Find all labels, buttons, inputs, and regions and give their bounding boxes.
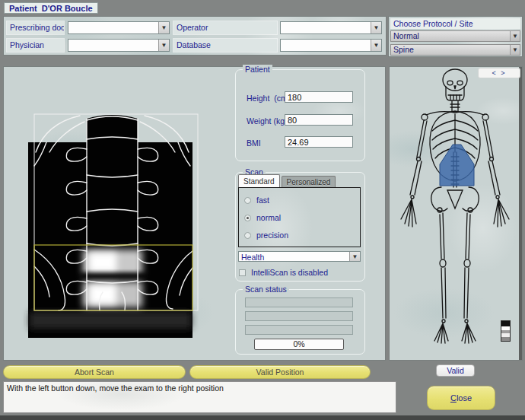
protocol-panel-title: Choose Protocol / Site	[390, 18, 520, 29]
chevron-down-icon[interactable]: ▼	[371, 22, 381, 33]
scan-tabs: Standard Personalized	[238, 174, 337, 187]
database-select[interactable]: ▼	[280, 39, 382, 52]
scan-status-title: Scan status	[243, 285, 289, 294]
instruction-message: With the left button down, move the exam…	[3, 381, 396, 413]
skeleton-panel: < >	[390, 67, 522, 360]
status-line-2	[245, 311, 353, 321]
chevron-down-icon[interactable]: ▼	[158, 40, 169, 51]
weight-field[interactable]	[285, 114, 353, 126]
mode-fast-label: fast	[256, 196, 269, 205]
mode-fast-option[interactable]: fast	[244, 196, 269, 205]
patient-fieldset: Patient Height (cm) Weight (kg) BMI	[235, 69, 365, 161]
chevron-down-icon[interactable]: ▼	[510, 31, 520, 41]
tab-standard[interactable]: Standard	[238, 174, 280, 187]
bmi-label: BMI	[247, 138, 261, 148]
database-value	[281, 40, 371, 51]
scan-status-fieldset: Scan status 0%	[235, 289, 365, 355]
physician-value	[68, 40, 158, 51]
intelliscan-option[interactable]: IntelliScan is disabled	[239, 268, 328, 277]
status-line-3	[245, 325, 353, 335]
dxa-acquisition-window: { "window": { "title": "Patient D'OR Bou…	[0, 0, 525, 420]
height-label: Height (cm)	[247, 93, 290, 103]
chevron-down-icon[interactable]: ▼	[158, 22, 169, 33]
radio-icon[interactable]	[244, 232, 251, 239]
close-button[interactable]: Close	[427, 386, 495, 410]
scan-mode-box: fast normal precision	[238, 187, 361, 247]
page-title: Patient D'OR Boucle	[4, 2, 98, 14]
operator-label: Operator	[173, 21, 277, 34]
chevron-down-icon[interactable]: ▼	[510, 45, 520, 55]
patient-fieldset-title: Patient	[243, 65, 272, 75]
site-select[interactable]: Spine ▼	[390, 44, 520, 56]
mode-precision-option[interactable]: precision	[244, 231, 288, 240]
protocol-select[interactable]: Normal ▼	[390, 30, 520, 42]
tab-personalized[interactable]: Personalized	[282, 176, 336, 187]
progress-bar: 0%	[254, 339, 344, 350]
close-button-label: Close	[428, 387, 495, 410]
operator-select[interactable]: ▼	[280, 21, 382, 34]
valid-position-button[interactable]: Valid Position	[189, 365, 371, 379]
height-field[interactable]	[285, 91, 353, 103]
acquisition-panel: Patient Height (cm) Weight (kg) BMI Scan…	[4, 67, 385, 360]
bmi-field[interactable]	[285, 136, 353, 148]
checkbox-icon[interactable]	[239, 269, 246, 276]
physician-select[interactable]: ▼	[68, 39, 170, 52]
skeleton-image[interactable]	[390, 67, 522, 360]
status-line-1	[245, 298, 353, 307]
window-bottom-edge	[0, 415, 525, 420]
mode-normal-option[interactable]: normal	[244, 213, 281, 222]
mode-precision-label: precision	[256, 231, 288, 240]
prescribing-doctor-label: Prescribing doctor	[7, 21, 64, 34]
physician-label: Physician	[7, 39, 64, 52]
mode-normal-label: normal	[256, 213, 281, 222]
scan-image[interactable]	[4, 67, 232, 360]
valid-button[interactable]: Valid	[436, 364, 475, 377]
weight-label: Weight (kg)	[247, 116, 288, 126]
site-value: Spine	[391, 45, 510, 55]
chevron-down-icon[interactable]: ▼	[371, 40, 381, 51]
database-label: Database	[173, 39, 277, 52]
operator-value	[281, 22, 371, 33]
table-position-icon	[501, 320, 511, 342]
protocol-value: Normal	[391, 31, 510, 41]
abort-scan-button[interactable]: Abort Scan	[3, 365, 186, 379]
scan-fieldset: Scan Standard Personalized fast normal p…	[235, 172, 365, 282]
prescribing-doctor-select[interactable]: ▼	[68, 21, 170, 34]
profile-value: Health	[239, 252, 349, 261]
profile-select[interactable]: Health ▼	[238, 251, 361, 262]
intelliscan-label: IntelliScan is disabled	[251, 268, 328, 277]
prescribing-doctor-value	[68, 22, 158, 33]
protocol-panel: Choose Protocol / Site Normal ▼ Spine ▼	[389, 17, 522, 56]
identification-panel: Prescribing doctor ▼ Operator ▼ Physicia…	[4, 17, 386, 55]
radio-selected-icon[interactable]	[244, 215, 251, 221]
chevron-down-icon[interactable]: ▼	[349, 252, 360, 261]
radio-icon[interactable]	[244, 197, 251, 204]
